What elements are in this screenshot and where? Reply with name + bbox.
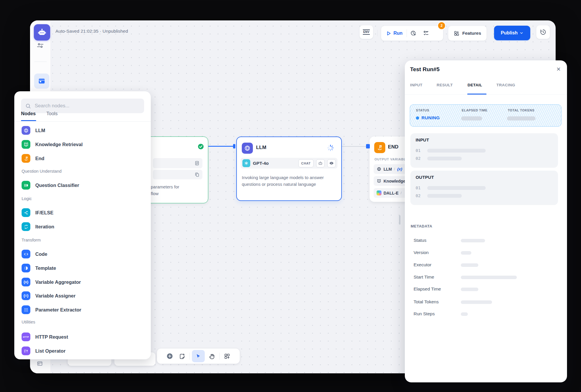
node-item-end[interactable]: End [14,151,151,165]
skeleton-bar [461,300,492,304]
node-section-utilities: Utilities [22,320,35,324]
code-icon [22,250,30,258]
node-item-parameter-extractor[interactable]: Parameter Extractor [14,303,151,317]
tab-tools[interactable]: Tools [46,111,58,116]
checklist-button[interactable] [420,30,433,36]
start-node-field[interactable] [153,170,202,179]
row-number: 02 [416,193,421,198]
tab-result[interactable]: RESULT [437,83,453,87]
run-history-button[interactable] [407,30,420,36]
sliders-button[interactable] [36,41,44,50]
input-title: INPUT [416,137,429,142]
node-item-http-request[interactable]: HTTP HTTP Request [14,330,151,344]
status-card: STATUS ELAPSED TIME TOTAL TOKENS RUNING [410,104,561,127]
meta-row-label: Status [414,238,426,243]
llm-node[interactable]: LLM GPT-4o CHAT Invok [236,136,342,201]
features-button[interactable]: Features [448,26,487,41]
node-item-label: Question Classifier [35,183,79,188]
test-run-panel: Test Run#5 × INPUT RESULT DETAIL TRACING… [405,60,567,382]
node-item-label: IF/ELSE [35,210,53,216]
iteration-icon [22,222,30,231]
node-item-knowledge-retrieval[interactable]: Knowledge Retrieval [14,137,151,151]
tab-detail[interactable]: DETAIL [468,83,482,87]
minimap-toggle[interactable] [36,360,43,367]
llm-node-description: Invoking large language models to answer… [242,174,335,188]
meta-row-label: Elapsed Time [414,286,441,292]
tab-nodes[interactable]: Nodes [21,111,36,116]
end-node-icon [374,142,385,153]
publish-button[interactable]: Publish [494,26,530,40]
pointer-mode-button[interactable] [192,350,205,362]
row-number: 01 [416,186,421,190]
window-outline-icon [36,360,43,367]
node-item-template[interactable]: Template [14,261,151,275]
panel-resize-handle[interactable] [399,215,400,225]
env-icon: ENV [363,29,370,35]
node-item-if-else[interactable]: IF/ELSE [14,206,151,220]
version-history-button[interactable] [536,25,550,39]
node-item-label: Code [35,251,47,257]
search-box [21,99,144,113]
hand-icon [209,353,216,360]
blocks-plus-icon [454,30,460,36]
cursor-icon [195,353,202,359]
node-item-code[interactable]: Code [14,247,151,261]
loading-spinner-icon [327,144,334,152]
history-icon [540,29,546,35]
chevron-down-icon [519,31,524,35]
tab-input[interactable]: INPUT [410,83,423,87]
app-logo[interactable] [34,24,50,41]
node-item-iteration[interactable]: Iteration [14,220,151,234]
document-icon [194,160,200,166]
hand-mode-button[interactable] [207,351,217,362]
output-card: OUTPUT 01 02 [410,171,558,205]
start-node-description: parameters for flow [151,183,206,197]
close-icon[interactable]: × [556,66,561,73]
model-selector[interactable]: GPT-4o CHAT [241,158,337,169]
node-item-label: List Operator [35,348,66,354]
node-section-logic: Logic [22,196,32,201]
node-panel-toggle[interactable] [34,74,49,89]
agent-badge [316,159,325,167]
topbar-divider [377,30,378,36]
edge-handle[interactable] [233,144,235,148]
add-node-button[interactable] [165,351,175,362]
node-item-variable-assigner[interactable]: {=} Variable Assigner [14,289,151,303]
llm-node-title: LLM [256,145,266,150]
model-name: GPT-4o [253,161,296,166]
template-icon [22,264,30,272]
running-dot-icon [416,116,419,120]
search-input[interactable] [34,103,140,109]
row-number: 01 [416,148,421,153]
llm-icon [22,126,30,135]
meta-row-label: Total Tokens [414,299,439,304]
run-button[interactable]: Run [381,31,407,36]
skeleton-bar [427,194,462,198]
skeleton-bar [427,149,486,153]
end-node-title: END [388,144,398,150]
variable-aggregator-icon: {x} [22,278,30,286]
input-card: INPUT 01 02 [410,133,558,168]
node-item-variable-aggregator[interactable]: {x} Variable Aggregator [14,275,151,289]
env-button[interactable]: ENV [359,25,373,39]
note-plus-icon [179,353,186,360]
elapsed-label: ELAPSED TIME [462,108,488,112]
status-value: RUNING [416,115,440,120]
node-item-label: Parameter Extractor [35,307,81,313]
tab-tracing[interactable]: TRACING [496,83,515,87]
organize-blocks-button[interactable] [222,351,232,362]
book-icon [22,140,30,149]
node-item-list-operator[interactable]: List Operator [14,344,151,358]
add-note-button[interactable] [177,351,187,362]
row-number: 02 [416,156,421,161]
meta-row-label: Executor [414,262,431,267]
skeleton-bar [461,251,471,255]
canvas-toolbar [157,349,240,364]
node-item-question-classifier[interactable]: Question Classifier [14,178,151,192]
flag-icon [22,154,30,163]
node-item-llm[interactable]: LLM [14,123,151,137]
edge-handle[interactable] [368,144,370,148]
node-search-panel: Nodes Tools LLM Knowledge Retrieval End … [14,91,151,359]
clock-play-icon [410,30,416,36]
start-node-field[interactable] [153,158,202,168]
